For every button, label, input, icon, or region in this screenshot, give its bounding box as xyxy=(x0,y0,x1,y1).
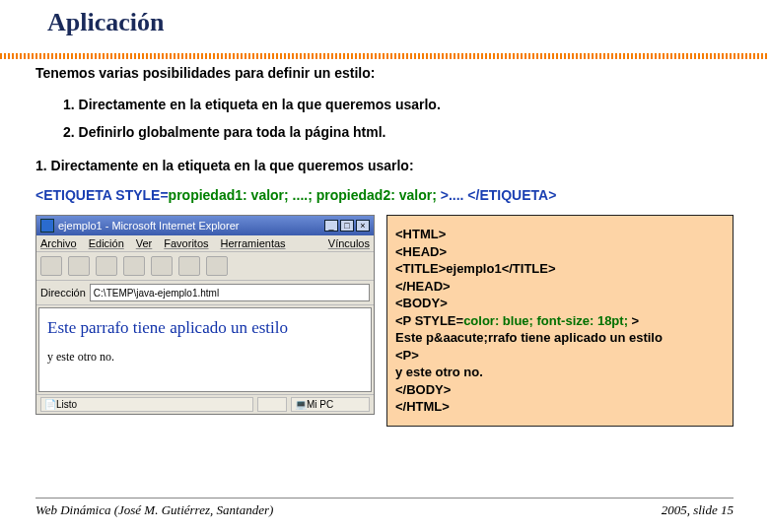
status-zone: 💻 Mi PC xyxy=(291,397,370,412)
back-icon xyxy=(40,256,62,276)
code-line: Este p&aacute;rrafo tiene aplicado un es… xyxy=(395,329,725,347)
minimize-icon: _ xyxy=(324,220,338,232)
forward-icon xyxy=(68,256,90,276)
content-area: Tenemos varias posibilidades para defini… xyxy=(35,65,734,427)
search-icon xyxy=(178,256,200,276)
browser-addressbar: Dirección C:\TEMP\java-ejemplo1.html xyxy=(36,281,374,305)
code-tag-open: <ETIQUETA xyxy=(35,187,115,203)
rendered-paragraph-plain: y este otro no. xyxy=(47,350,363,365)
home-icon xyxy=(151,256,173,276)
refresh-icon xyxy=(123,256,145,276)
browser-statusbar: 📄 Listo 💻 Mi PC xyxy=(36,394,374,414)
menu-herramientas: Herramientas xyxy=(221,237,286,249)
status-empty xyxy=(257,397,287,412)
code-style-attr: STYLE= xyxy=(115,187,168,203)
address-field: C:\TEMP\java-ejemplo1.html xyxy=(90,284,370,301)
inline-code-syntax: <ETIQUETA STYLE=propiedad1: valor; ....;… xyxy=(35,187,734,203)
code-style-value: propiedad1: valor; ....; propiedad2: val… xyxy=(169,187,441,203)
divider-dashed xyxy=(0,53,769,59)
menu-ver: Ver xyxy=(136,237,153,249)
browser-menubar: Archivo Edición Ver Favoritos Herramient… xyxy=(36,235,374,252)
code-line: <P> xyxy=(395,347,725,365)
code-line: <BODY> xyxy=(395,295,725,312)
code-line-style: <P STYLE=color: blue; font-size: 18pt; > xyxy=(395,312,725,330)
menu-vinculos: Vínculos xyxy=(328,237,370,249)
window-controls: _ □ × xyxy=(324,220,370,232)
menu-favoritos: Favoritos xyxy=(164,237,208,249)
code-line: y este otro no. xyxy=(395,364,725,381)
close-icon: × xyxy=(356,220,370,232)
source-code-box: <HTML> <HEAD> <TITLE>ejemplo1</TITLE> </… xyxy=(386,215,734,427)
example-row: ejemplo1 - Microsoft Internet Explorer _… xyxy=(35,215,734,427)
maximize-icon: □ xyxy=(340,220,354,232)
slide-title: Aplicación xyxy=(47,8,734,37)
subheading: 1. Directamente en la etiqueta en la que… xyxy=(35,158,734,173)
browser-toolbar xyxy=(36,252,374,281)
slide-footer: Web Dinámica (José M. Gutiérrez, Santand… xyxy=(35,498,734,518)
footer-author: Web Dinámica (José M. Gutiérrez, Santand… xyxy=(35,502,273,518)
list-item-2: 2. Definirlo globalmente para toda la pá… xyxy=(63,124,734,140)
address-label: Dirección xyxy=(40,287,86,299)
code-tag-close: >.... </ETIQUETA> xyxy=(441,187,557,203)
browser-screenshot: ejemplo1 - Microsoft Internet Explorer _… xyxy=(35,215,375,415)
code-line: <TITLE>ejemplo1</TITLE> xyxy=(395,260,725,278)
footer-slide-number: 2005, slide 15 xyxy=(662,502,734,518)
browser-title-text: ejemplo1 - Microsoft Internet Explorer xyxy=(58,220,239,232)
menu-edicion: Edición xyxy=(89,237,124,249)
stop-icon xyxy=(96,256,117,276)
ie-icon xyxy=(40,219,54,233)
rendered-paragraph-styled: Este parrafo tiene aplicado un estilo xyxy=(47,318,363,338)
address-value: C:\TEMP\java-ejemplo1.html xyxy=(94,288,219,299)
code-style-value-inline: color: blue; font-size: 18pt; xyxy=(463,313,631,328)
intro-text: Tenemos varias posibilidades para defini… xyxy=(35,65,734,81)
code-line: </BODY> xyxy=(395,381,725,399)
code-line: <HEAD> xyxy=(395,243,725,261)
code-line: </HEAD> xyxy=(395,278,725,296)
menu-archivo: Archivo xyxy=(40,237,77,249)
list-item-1: 1. Directamente en la etiqueta en la que… xyxy=(63,97,734,112)
browser-viewport: Este parrafo tiene aplicado un estilo y … xyxy=(38,307,372,392)
browser-titlebar: ejemplo1 - Microsoft Internet Explorer _… xyxy=(36,216,374,235)
status-ready: 📄 Listo xyxy=(40,397,253,412)
code-line: <HTML> xyxy=(395,226,725,243)
favorites-icon xyxy=(206,256,228,276)
code-line: </HTML> xyxy=(395,398,725,416)
